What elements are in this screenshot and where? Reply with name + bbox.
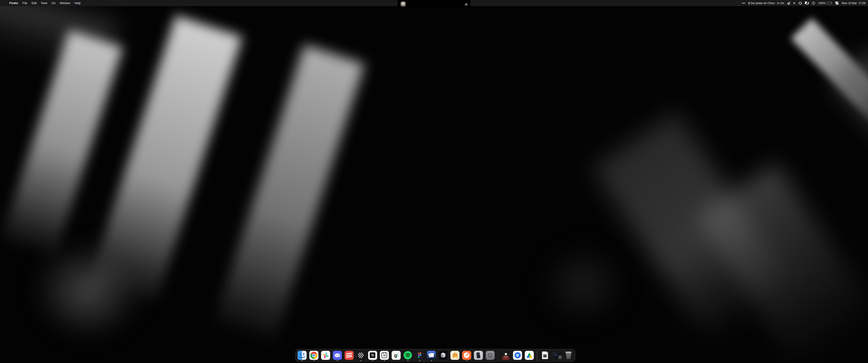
postgres-elephant-icon bbox=[450, 351, 459, 360]
grammarly-app-icon: g bbox=[392, 351, 401, 360]
1password-app-icon bbox=[513, 351, 522, 360]
dock-item-linear[interactable] bbox=[356, 351, 365, 361]
document-file-icon bbox=[542, 352, 548, 359]
wallpaper-stripe bbox=[13, 224, 163, 357]
discord-icon bbox=[333, 351, 342, 360]
running-indicator bbox=[431, 360, 432, 361]
menu-go[interactable]: Go bbox=[52, 1, 55, 5]
battery-percent: 100% bbox=[818, 2, 826, 5]
running-indicator bbox=[337, 360, 338, 361]
google-drive-icon bbox=[525, 351, 534, 360]
album-art[interactable] bbox=[401, 2, 406, 7]
grammarly-caret bbox=[789, 2, 790, 4]
screenshot-file-icon: 11 bbox=[553, 352, 561, 358]
desktop: Finder File Edit View Go Window Help •••… bbox=[0, 0, 868, 363]
running-indicator bbox=[384, 360, 385, 361]
menu-bar-left: Finder File Edit View Go Window Help bbox=[0, 1, 81, 5]
menu-file[interactable]: File bbox=[23, 1, 27, 5]
raycast-icon: raycast bbox=[501, 351, 510, 360]
dock-item-trash[interactable] bbox=[564, 351, 573, 361]
display-stand bbox=[806, 4, 808, 4]
dock-item-1password[interactable] bbox=[513, 351, 522, 361]
event-marker-icon bbox=[749, 2, 749, 4]
trash-icon bbox=[565, 352, 572, 359]
dock-item-discord[interactable] bbox=[333, 351, 342, 361]
notion-calendar-icon: 10 bbox=[380, 351, 389, 360]
dock-item-slack[interactable] bbox=[321, 351, 330, 361]
grammarly-glyph: g bbox=[787, 1, 789, 5]
slack-icon bbox=[321, 351, 330, 360]
running-indicator bbox=[419, 360, 420, 361]
battery-charging-icon bbox=[827, 2, 832, 4]
spotify-icon bbox=[403, 351, 412, 360]
desktop-wallpaper bbox=[0, 0, 868, 363]
1password-icon[interactable] bbox=[812, 2, 815, 5]
craft-pages-app-icon bbox=[427, 351, 436, 360]
dock-item-figma[interactable] bbox=[415, 351, 424, 361]
dock-item-spline[interactable] bbox=[438, 351, 447, 361]
running-indicator bbox=[302, 360, 303, 361]
battery-status[interactable]: 100% bbox=[818, 2, 832, 5]
dock-separator bbox=[498, 351, 498, 361]
menu-bar-status: ••• Dar jantar do Chico · in 2m g ✳ 100% bbox=[742, 1, 868, 5]
notch-media-widget[interactable] bbox=[398, 0, 470, 8]
menu-help[interactable]: Help bbox=[74, 1, 81, 5]
running-indicator bbox=[408, 360, 408, 361]
dock-item-raycast[interactable]: raycast bbox=[501, 351, 510, 361]
control-center-icon[interactable] bbox=[835, 2, 839, 5]
dock: N 10 g bbox=[295, 349, 575, 362]
chrome-icon bbox=[309, 351, 318, 360]
display-mirroring-icon[interactable] bbox=[805, 2, 809, 4]
running-indicator bbox=[466, 360, 467, 361]
todoist-icon bbox=[344, 351, 353, 360]
menu-edit[interactable]: Edit bbox=[32, 1, 37, 5]
display-screen bbox=[805, 2, 809, 4]
notion-icon: N bbox=[368, 351, 377, 360]
finder-icon bbox=[298, 351, 307, 360]
calendar-event-text: Dar jantar do Chico · in 2m bbox=[750, 2, 784, 5]
wallpaper-stripe bbox=[211, 44, 365, 352]
dock-separator bbox=[537, 351, 537, 361]
app-menu-finder[interactable]: Finder bbox=[9, 1, 18, 5]
running-indicator bbox=[361, 360, 362, 361]
menubar-overflow-icon[interactable]: ••• bbox=[742, 2, 745, 5]
grammarly-icon[interactable]: g bbox=[787, 1, 790, 5]
menu-window[interactable]: Window bbox=[60, 1, 70, 5]
dock-item-finder[interactable] bbox=[298, 351, 307, 361]
dock-item-iphone-mirroring[interactable] bbox=[474, 351, 483, 361]
raycast-label: raycast bbox=[503, 356, 508, 357]
running-indicator bbox=[372, 360, 373, 361]
postman-icon bbox=[462, 351, 471, 360]
audio-equalizer-icon bbox=[465, 3, 468, 5]
dock-item-craft-pages-app[interactable] bbox=[427, 351, 436, 361]
spline-icon bbox=[438, 351, 447, 360]
dock-item-screenshot-file[interactable]: 11 bbox=[552, 351, 561, 361]
dock-item-grammarly[interactable]: g bbox=[392, 351, 401, 361]
menu-view[interactable]: View bbox=[41, 1, 47, 5]
running-indicator bbox=[313, 360, 314, 361]
menubar-clock[interactable]: Mon 10 Mar 17:58 bbox=[842, 2, 866, 5]
dock-item-postman[interactable] bbox=[462, 351, 471, 361]
sun-burst-icon[interactable]: ✳ bbox=[793, 2, 796, 5]
dock-item-postgres[interactable] bbox=[450, 351, 459, 361]
wallpaper-stripe bbox=[527, 233, 640, 337]
figma-icon bbox=[415, 351, 424, 360]
system-settings-gear-icon: ⚙ bbox=[486, 351, 495, 360]
dock-item-notion[interactable]: N bbox=[368, 351, 377, 361]
calendar-badge: 11 bbox=[559, 356, 561, 359]
calendar-event-widget[interactable]: Dar jantar do Chico · in 2m bbox=[749, 2, 784, 5]
iphone-mirroring-icon bbox=[474, 351, 483, 360]
pick-icon[interactable] bbox=[798, 1, 802, 5]
linear-icon bbox=[356, 351, 365, 360]
dock-item-system-settings[interactable]: ⚙ bbox=[486, 351, 495, 361]
dock-item-chrome[interactable] bbox=[309, 351, 318, 361]
dock-item-spotify[interactable] bbox=[403, 351, 412, 361]
dock-item-document-file[interactable] bbox=[540, 351, 550, 361]
dock-item-google-drive[interactable] bbox=[525, 351, 534, 361]
dock-item-todoist[interactable] bbox=[344, 351, 353, 361]
dock-item-notion-calendar[interactable]: 10 bbox=[380, 351, 389, 361]
